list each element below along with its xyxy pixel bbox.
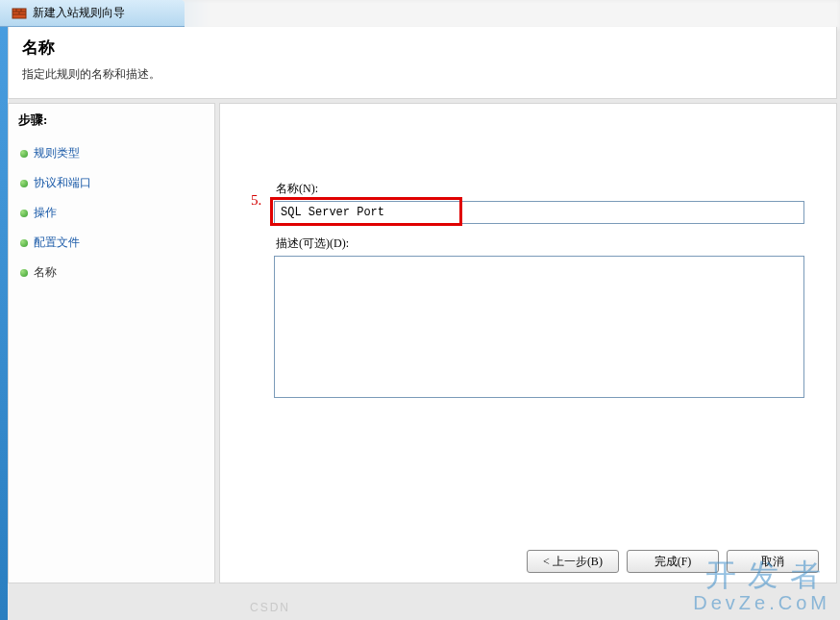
name-input[interactable] [274, 201, 804, 224]
sidebar-item-rule-type[interactable]: 规则类型 [18, 138, 205, 168]
sidebar-item-label: 协议和端口 [34, 175, 91, 191]
sidebar-item-profile[interactable]: 配置文件 [18, 228, 205, 258]
steps-heading: 步骤: [18, 112, 205, 129]
window-title: 新建入站规则向导 [33, 5, 125, 21]
description-label: 描述(可选)(D): [276, 236, 809, 252]
cancel-button[interactable]: 取消 [727, 550, 819, 573]
back-button[interactable]: < 上一步(B) [527, 550, 619, 573]
bullet-icon [20, 180, 28, 187]
firewall-icon [12, 6, 27, 21]
bullet-icon [20, 150, 28, 158]
titlebar: 新建入站规则向导 [0, 0, 185, 27]
name-label: 名称(N): [276, 181, 809, 197]
description-textarea[interactable] [274, 256, 804, 398]
watermark-sub: DevZe.CoM [693, 592, 830, 614]
page-title: 名称 [22, 37, 823, 59]
finish-button[interactable]: 完成(F) [627, 550, 719, 573]
wizard-button-row: < 上一步(B) 完成(F) 取消 [527, 550, 819, 573]
bullet-icon [20, 269, 28, 277]
wizard-header: 名称 指定此规则的名称和描述。 [8, 27, 837, 99]
sidebar-item-action[interactable]: 操作 [18, 198, 205, 228]
main-content: 5. 名称(N): 描述(可选)(D): < 上一步(B) 完成(F) 取消 [219, 103, 837, 583]
sidebar-item-protocol-port[interactable]: 协议和端口 [18, 168, 205, 198]
sidebar-item-label: 规则类型 [34, 145, 80, 161]
sidebar-item-label: 操作 [34, 205, 57, 221]
annotation-number: 5. [251, 192, 261, 209]
window-left-border [0, 0, 8, 620]
sidebar-item-label: 名称 [34, 264, 57, 281]
sidebar-item-name[interactable]: 名称 [18, 258, 205, 287]
bullet-icon [20, 239, 28, 247]
watermark-faded: CSDN [250, 601, 290, 614]
sidebar-item-label: 配置文件 [34, 235, 80, 251]
bullet-icon [20, 210, 28, 217]
page-subtitle: 指定此规则的名称和描述。 [22, 66, 823, 83]
steps-sidebar: 步骤: 规则类型 协议和端口 操作 配置文件 名称 [8, 103, 215, 583]
